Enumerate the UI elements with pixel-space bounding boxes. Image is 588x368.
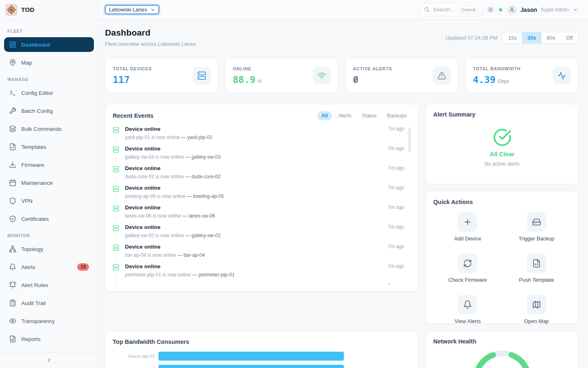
bandwidth-bar-row: bar-ap-02 — [113, 365, 411, 368]
user-role: Super Admin — [541, 7, 569, 13]
add-device-button[interactable]: Add Device — [433, 212, 502, 242]
theme-toggle-button[interactable] — [487, 6, 494, 13]
event-time: 7m ago — [388, 185, 404, 204]
interval-30s-button[interactable]: 30s — [522, 32, 541, 43]
stat-card-total-devices: TOTAL DEVICES 117 — [105, 58, 218, 93]
alert-triangle-icon — [433, 67, 451, 85]
page-head: Dashboard Fleet overview across Lebowski… — [105, 28, 579, 47]
event-list-item[interactable]: Device online lanes-sw-06 is now online … — [113, 204, 411, 224]
user-avatar-icon — [507, 5, 517, 15]
events-filter-tabs: All Alerts Status Backups — [317, 111, 411, 120]
event-title: Device online — [125, 126, 383, 133]
stat-value: 0 — [353, 74, 359, 85]
map-pin-icon — [9, 59, 16, 66]
event-description: lanes-sw-06 is now online — [125, 213, 181, 219]
sidebar-collapse-button[interactable] — [0, 352, 98, 368]
event-list-item[interactable]: Device online gallery-sw-02 is now onlin… — [113, 224, 411, 244]
sidebar-item-map[interactable]: Map — [4, 55, 94, 70]
sidebar-item-transparency[interactable]: Transparency — [4, 314, 94, 328]
tab-backups[interactable]: Backups — [383, 111, 411, 120]
action-label: Push Template — [519, 277, 554, 283]
event-description: gallery-sw-02 is now online — [125, 233, 184, 238]
event-title: Device online — [125, 204, 383, 211]
event-list-item[interactable]: Device online bowling-ap-05 is now onlin… — [113, 185, 411, 204]
dashboard-content: Dashboard Fleet overview across Lebowski… — [98, 20, 588, 368]
sidebar-item-bulk-commands[interactable]: Bulk Commands — [4, 121, 94, 136]
alert-status-text: All Clear — [490, 150, 514, 157]
view-alerts-button[interactable]: View Alerts — [433, 295, 502, 324]
quick-actions-title: Quick Actions — [433, 199, 473, 205]
recent-events-card: Recent Events All Alerts Status Backups — [105, 104, 419, 292]
event-list-item[interactable]: Device online gallery-sw-03 is now onlin… — [113, 146, 411, 165]
action-label: Trigger Backup — [519, 236, 555, 242]
event-time: 7m ago — [388, 204, 404, 224]
event-title: Device online — [125, 283, 383, 284]
sidebar-item-label: Templates — [21, 144, 47, 150]
sidebar-item-reports[interactable]: Reports — [4, 332, 94, 346]
event-list-item[interactable]: Device online perimeter-ptp-01 is now on… — [113, 263, 411, 283]
sidebar-item-config-editor[interactable]: Config Editor — [4, 85, 94, 100]
sidebar-item-batch-config[interactable]: Batch Config — [4, 103, 94, 118]
sidebar-item-alert-rules[interactable]: Alert Rules — [4, 278, 94, 292]
open-map-button[interactable]: Open Map — [502, 295, 571, 324]
sidebar-item-certificates[interactable]: Certificates — [4, 211, 94, 226]
event-title: Device online — [125, 165, 383, 172]
device-server-icon — [113, 146, 119, 156]
event-device: — bowling-ap-05 — [187, 193, 224, 199]
sidebar-item-templates[interactable]: Templates — [4, 139, 94, 154]
interval-60s-button[interactable]: 60s — [541, 32, 561, 43]
event-device: — dude-core-02 — [185, 174, 220, 180]
alerts-count-badge: 13 — [77, 263, 89, 271]
event-device: — lanes-sw-06 — [183, 213, 215, 219]
stat-unit: % — [257, 79, 262, 84]
tab-all[interactable]: All — [317, 111, 332, 120]
org-selector[interactable]: Lebowski Lanes — [105, 5, 159, 14]
interval-15s-button[interactable]: 15s — [503, 32, 522, 43]
trigger-backup-button[interactable]: Trigger Backup — [502, 212, 571, 242]
file-text-icon — [9, 335, 16, 343]
interval-off-button[interactable]: Off — [561, 32, 578, 43]
sidebar-item-firmware[interactable]: Firmware — [4, 157, 94, 172]
sidebar-item-label: Reports — [21, 336, 40, 342]
sidebar-item-dashboard[interactable]: Dashboard — [4, 37, 94, 52]
sidebar-item-label: Topology — [21, 246, 43, 252]
event-device: — bar-ap-04 — [177, 252, 205, 258]
chevron-down-icon — [572, 7, 578, 13]
push-template-button[interactable]: Push Template — [502, 254, 571, 283]
event-list-item[interactable]: Device online 7m ago — [113, 283, 411, 284]
sidebar-item-label: Certificates — [21, 216, 49, 222]
alert-summary-card: Alert Summary All Clear No active alerts — [425, 104, 579, 184]
event-time: 7m ago — [388, 165, 404, 185]
event-title: Device online — [125, 185, 383, 192]
search-input[interactable]: Search… Cmd+K — [419, 3, 482, 16]
event-device: — perimeter-ptp-01 — [192, 272, 235, 278]
sidebar-item-label: Dashboard — [21, 42, 50, 48]
tab-alerts[interactable]: Alerts — [334, 111, 356, 120]
events-scrollbar[interactable] — [408, 128, 411, 152]
nav-section-monitor: MONITOR — [7, 233, 91, 238]
stat-value: 4.39 — [473, 74, 495, 85]
sidebar-item-alerts[interactable]: Alerts 13 — [4, 260, 94, 274]
event-title: Device online — [125, 244, 383, 251]
page-subtitle: Fleet overview across Lebowski Lanes — [105, 41, 196, 47]
event-list-item[interactable]: Device online yard-ptp-01 is now online … — [113, 126, 411, 146]
bell-icon — [458, 295, 477, 314]
action-label: Add Device — [454, 236, 481, 242]
sidebar-item-audit-trail[interactable]: Audit Trail — [4, 296, 94, 310]
event-list-item[interactable]: Device online dude-core-02 is now online… — [113, 165, 411, 185]
sidebar-item-label: Bulk Commands — [21, 126, 62, 132]
sidebar-item-vpn[interactable]: VPN — [4, 193, 94, 208]
bandwidth-bar — [158, 352, 344, 361]
chevron-left-icon — [46, 357, 52, 364]
user-menu[interactable]: Jason Super Admin — [507, 5, 578, 15]
sidebar-item-label: Alert Rules — [21, 282, 48, 288]
updated-timestamp: Updated 07:34:28 PM — [446, 35, 497, 41]
sidebar-item-topology[interactable]: Topology — [4, 242, 94, 256]
event-list-item[interactable]: Device online bar-ap-04 is now online — … — [113, 244, 411, 263]
stat-value: 117 — [113, 74, 130, 85]
sidebar-item-maintenance[interactable]: Maintenance — [4, 175, 94, 190]
bandwidth-bar — [158, 365, 344, 368]
tab-status[interactable]: Status — [358, 111, 381, 120]
check-firmware-button[interactable]: Check Firmware — [433, 254, 502, 283]
device-server-icon — [113, 126, 119, 137]
